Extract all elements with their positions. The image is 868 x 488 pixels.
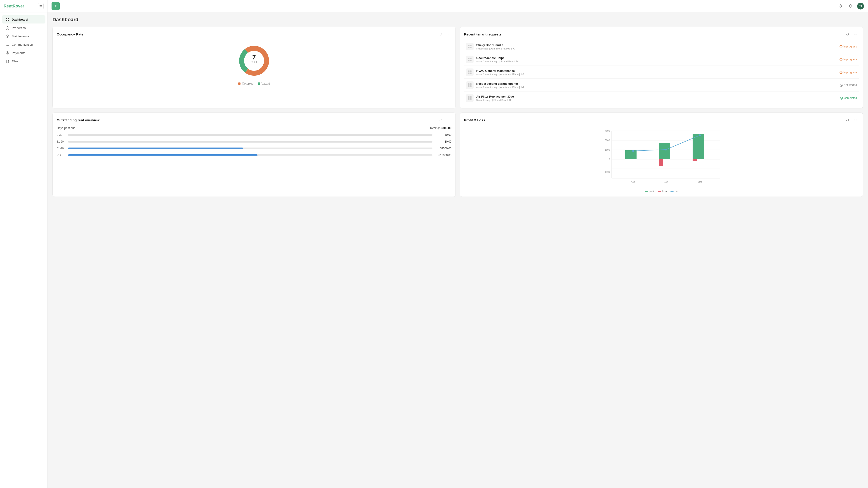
svg-rect-37	[470, 70, 471, 72]
occupancy-card-header: Occupancy Rate	[57, 31, 452, 37]
request-icon	[466, 68, 473, 76]
request-info: Air Filter Replacement Due 3 months ago …	[476, 95, 837, 101]
occupancy-menu-button[interactable]	[445, 31, 452, 37]
sidebar-item-properties-label: Properties	[12, 26, 26, 30]
request-name: Cockroaches! Help!	[476, 56, 837, 60]
theme-toggle-button[interactable]	[837, 3, 844, 9]
legend-loss: loss	[658, 190, 667, 193]
svg-point-24	[855, 34, 856, 34]
sidebar-item-communication[interactable]: Communication	[2, 40, 45, 48]
svg-rect-41	[468, 84, 469, 85]
svg-rect-34	[470, 60, 471, 61]
rent-amount: $0.00	[435, 133, 452, 136]
sidebar-item-communication-label: Communication	[12, 43, 33, 46]
sidebar-item-properties[interactable]: Properties	[2, 24, 45, 32]
aug-net-dot	[632, 150, 634, 152]
user-avatar[interactable]: TJ	[857, 3, 864, 9]
profit-loss-actions	[844, 117, 859, 123]
svg-text:3000: 3000	[605, 139, 610, 142]
svg-text:Oct: Oct	[698, 181, 702, 183]
svg-rect-43	[468, 86, 469, 87]
aug-profit-bar	[625, 150, 637, 159]
legend-vacant-label: Vacant	[261, 82, 270, 85]
topbar-left: +	[52, 2, 60, 10]
request-icon	[466, 56, 473, 63]
tenant-requests-actions	[844, 31, 859, 37]
svg-text:0: 0	[609, 158, 610, 161]
svg-rect-32	[470, 58, 471, 59]
svg-rect-28	[468, 47, 469, 48]
svg-point-17	[449, 34, 450, 34]
rent-summary-header: Days past due Total: $19800.00	[57, 126, 452, 130]
rent-refresh-button[interactable]	[437, 117, 443, 123]
svg-text:-1500: -1500	[604, 171, 610, 173]
profit-loss-card: Profit & Loss	[460, 112, 863, 197]
net-legend-label: net	[675, 190, 678, 193]
sep-profit-bar	[659, 143, 670, 159]
svg-rect-36	[468, 70, 469, 72]
requests-refresh-button[interactable]	[844, 31, 850, 37]
topbar: + TJ	[48, 0, 868, 12]
svg-point-55	[449, 120, 450, 120]
properties-icon	[5, 26, 9, 30]
sidebar-item-dashboard[interactable]: Dashboard	[2, 15, 45, 24]
rent-menu-button[interactable]	[445, 117, 452, 123]
oct-net-dot	[699, 134, 701, 136]
status-badge: In progress	[839, 58, 857, 61]
sidebar-collapse-button[interactable]	[38, 3, 43, 9]
add-button[interactable]: +	[52, 2, 60, 10]
rent-amount: $9500.00	[435, 147, 452, 150]
svg-rect-26	[468, 45, 469, 46]
svg-text:7: 7	[252, 54, 256, 61]
profit-legend-line	[645, 191, 648, 192]
svg-point-16	[448, 34, 448, 34]
sidebar-item-payments[interactable]: Payments	[2, 49, 45, 57]
content-area: Dashboard Occupancy Rate	[48, 12, 868, 488]
sidebar-item-files-label: Files	[12, 60, 18, 63]
request-meta: about 2 months ago | Strand Beach Dr	[476, 60, 837, 63]
request-item[interactable]: HVAC General Maintenance about 2 months …	[464, 66, 859, 78]
occupancy-card-actions	[437, 31, 452, 37]
request-item[interactable]: Need a second garage opener about 2 mont…	[464, 79, 859, 92]
pl-menu-button[interactable]	[852, 117, 859, 123]
sidebar-item-maintenance-label: Maintenance	[12, 35, 29, 38]
svg-rect-2	[39, 7, 41, 7]
legend-vacant: Vacant	[258, 82, 270, 85]
pl-refresh-button[interactable]	[844, 117, 850, 123]
outstanding-rent-header: Outstanding rent overview	[57, 117, 452, 123]
status-badge: In progress	[839, 71, 857, 74]
request-name: Sticky Door Handle	[476, 43, 837, 47]
request-name: HVAC General Maintenance	[476, 69, 837, 72]
rent-bar-fill	[68, 141, 432, 142]
request-info: Cockroaches! Help! about 2 months ago | …	[476, 56, 837, 63]
legend-profit: profit	[645, 190, 654, 193]
app-logo: RentRover	[4, 4, 24, 8]
sidebar-item-files[interactable]: Files	[2, 57, 45, 65]
request-meta: 3 months ago | Strand Beach Dr	[476, 99, 837, 101]
requests-menu-button[interactable]	[852, 31, 859, 37]
loss-legend-label: loss	[662, 190, 667, 193]
svg-point-54	[448, 120, 448, 120]
rent-bar-row: 31-60 $0.00	[57, 140, 452, 143]
legend-occupied-label: Occupied	[242, 82, 253, 85]
status-badge: In progress	[839, 45, 857, 48]
svg-text:Total: Total	[251, 61, 256, 64]
rent-bar-fill	[68, 154, 257, 156]
svg-point-10	[840, 5, 842, 7]
request-item[interactable]: Air Filter Replacement Due 3 months ago …	[464, 92, 859, 104]
legend-occupied: Occupied	[238, 82, 253, 85]
rent-bar-row: 61-90 $9500.00	[57, 147, 452, 150]
sidebar-item-maintenance[interactable]: Maintenance	[2, 32, 45, 40]
sidebar-item-dashboard-label: Dashboard	[12, 18, 28, 21]
notifications-button[interactable]	[847, 3, 854, 9]
request-item[interactable]: Cockroaches! Help! about 2 months ago | …	[464, 53, 859, 66]
request-item[interactable]: Sticky Door Handle 8 days ago | Apartmen…	[464, 40, 859, 53]
svg-point-25	[856, 34, 857, 34]
profit-loss-chart: 4500 3000 1500 0 -1500 Aug Sep Oct	[464, 129, 859, 187]
svg-point-53	[447, 120, 447, 120]
request-icon	[466, 81, 473, 89]
occupancy-refresh-button[interactable]	[437, 31, 443, 37]
dashboard-grid: Occupancy Rate	[53, 27, 863, 197]
main-area: + TJ Dashboard Occupancy Rate	[48, 0, 868, 488]
svg-rect-39	[470, 72, 471, 74]
